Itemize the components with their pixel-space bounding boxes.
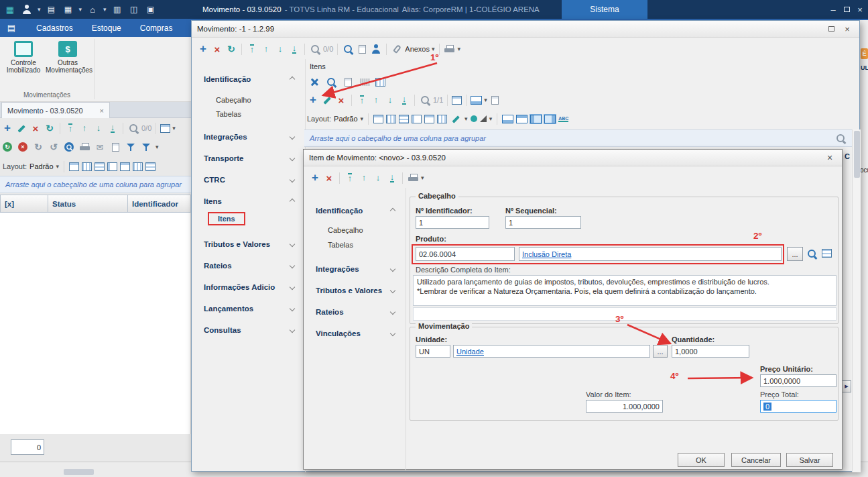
- preco-unitario-field[interactable]: 1.000,0000: [760, 374, 836, 387]
- unidade-code-field[interactable]: UN: [416, 345, 450, 358]
- next-record-icon[interactable]: ↓: [372, 171, 384, 184]
- export-caret-icon[interactable]: ▾: [484, 97, 487, 103]
- report-icon[interactable]: [109, 140, 121, 154]
- nav-tabelas[interactable]: Tabelas: [328, 241, 353, 249]
- droplet-icon[interactable]: [471, 115, 477, 122]
- process-icon[interactable]: [308, 75, 320, 89]
- column-header-identificador[interactable]: Identificador: [127, 195, 191, 213]
- preco-total-field[interactable]: 0: [760, 400, 836, 413]
- barcode-icon[interactable]: [359, 75, 371, 89]
- last-record-icon[interactable]: ↓: [398, 93, 410, 107]
- nav-integracoes[interactable]: Integrações: [192, 129, 305, 144]
- dialog-item-titlebar[interactable]: Item de Movimento: <novo> - 03.9.0520 ×: [304, 150, 842, 166]
- box-icon[interactable]: ▣: [145, 3, 157, 16]
- ok-button[interactable]: OK: [678, 453, 725, 467]
- ribbon-button-outras-movimentacoes[interactable]: $ Outras Movimentações: [46, 41, 90, 74]
- dialog-movimento-titlebar[interactable]: Movimento: -1 - 1.2.99 ×: [192, 21, 859, 38]
- search-icon[interactable]: [309, 42, 321, 56]
- chart-icon[interactable]: [480, 115, 487, 122]
- delete-icon[interactable]: ×: [211, 42, 223, 56]
- cells-icon[interactable]: ▥: [111, 3, 123, 16]
- ribbon-button-controle-imobilizado[interactable]: Controle Imobilizado: [3, 41, 44, 74]
- column-header-status[interactable]: Status: [48, 195, 128, 213]
- nav-transporte[interactable]: Transporte: [192, 151, 305, 166]
- window-icon[interactable]: ◫: [128, 3, 140, 16]
- previous-record-icon[interactable]: ↑: [78, 121, 90, 135]
- menu-logo-icon[interactable]: ▤: [5, 21, 17, 35]
- layout-grid-icon[interactable]: [82, 162, 92, 171]
- next-record-icon[interactable]: ↓: [92, 121, 105, 135]
- nav-tabelas[interactable]: Tabelas: [216, 110, 241, 118]
- descricao-extra-area[interactable]: [413, 307, 836, 321]
- filter-icon[interactable]: [125, 140, 137, 154]
- user-caret-icon[interactable]: ▾: [38, 6, 41, 13]
- layout-grid-icon[interactable]: [399, 115, 409, 123]
- minimize-icon[interactable]: –: [826, 3, 840, 15]
- reload-icon[interactable]: ↻: [32, 140, 44, 154]
- app-grid-icon[interactable]: ▦: [4, 3, 16, 16]
- spellcheck-icon[interactable]: ABC: [558, 116, 568, 122]
- produto-name-field[interactable]: Inclusão Direta: [519, 247, 782, 261]
- produto-lookup-button[interactable]: ...: [787, 247, 803, 261]
- layout-grid-icon[interactable]: [133, 162, 143, 171]
- last-record-icon[interactable]: ↓: [288, 42, 300, 56]
- undo-refresh-icon[interactable]: ↻: [48, 140, 60, 154]
- produto-name-link[interactable]: Inclusão Direta: [522, 250, 571, 258]
- menu-estoque[interactable]: Estoque: [92, 23, 121, 33]
- anexos-button[interactable]: Anexos: [405, 45, 430, 53]
- grid-body[interactable]: [0, 213, 191, 434]
- nav-identificacao[interactable]: Identificação: [192, 72, 305, 87]
- edit-layout-icon[interactable]: [450, 112, 462, 125]
- edit-icon[interactable]: [15, 121, 27, 135]
- first-record-icon[interactable]: ↑: [344, 171, 356, 184]
- print-icon[interactable]: [407, 171, 419, 184]
- maximize-icon[interactable]: [840, 3, 853, 15]
- layout-grid-icon[interactable]: [437, 115, 447, 123]
- produto-zoom-icon[interactable]: [806, 247, 818, 260]
- preview-icon[interactable]: [63, 140, 75, 154]
- delete-item-icon[interactable]: ×: [335, 93, 347, 107]
- export-window-icon[interactable]: [471, 96, 482, 105]
- footer-count-field[interactable]: 0: [11, 439, 44, 455]
- grid-icon[interactable]: ▦: [62, 3, 74, 16]
- print-caret-icon[interactable]: ▾: [421, 174, 424, 181]
- nav-vinculacoes[interactable]: Vinculações: [304, 326, 406, 341]
- add-icon[interactable]: +: [197, 42, 209, 56]
- cancel-process-icon[interactable]: ×: [17, 140, 29, 154]
- user-icon[interactable]: [21, 3, 33, 16]
- panes-icon[interactable]: [375, 78, 385, 87]
- dialog-item-close-icon[interactable]: ×: [823, 152, 836, 164]
- delete-icon[interactable]: ×: [323, 171, 335, 184]
- window-close-icon[interactable]: ×: [853, 3, 867, 15]
- layout-grid-icon[interactable]: [386, 115, 396, 123]
- pane-top-icon[interactable]: [516, 115, 528, 123]
- column-grid-icon[interactable]: [160, 124, 170, 133]
- previous-record-icon[interactable]: ↑: [370, 93, 382, 107]
- grid-caret-icon[interactable]: ▾: [79, 6, 82, 13]
- layout-grid-icon[interactable]: [69, 162, 79, 171]
- quantidade-field[interactable]: 1,0000: [672, 345, 749, 358]
- horizontal-scrollbar[interactable]: [64, 469, 94, 475]
- mail-icon[interactable]: ✉: [94, 140, 106, 154]
- home-caret-icon[interactable]: ▾: [103, 6, 107, 13]
- last-record-icon[interactable]: ↓: [107, 121, 119, 135]
- nav-cabecalho[interactable]: Cabeçalho: [328, 226, 363, 234]
- produto-code-field[interactable]: 02.06.0004: [416, 247, 515, 261]
- layout-grid-icon[interactable]: [145, 162, 156, 171]
- zoom-icon[interactable]: [342, 42, 354, 56]
- first-record-icon[interactable]: ↑: [246, 42, 258, 56]
- nav-itens-section[interactable]: Itens: [192, 194, 305, 209]
- document-icon[interactable]: [489, 93, 501, 107]
- filter-menu-icon[interactable]: [140, 140, 152, 154]
- attachment-icon[interactable]: [391, 42, 403, 56]
- column-grid-icon[interactable]: [452, 96, 462, 105]
- salvar-button[interactable]: Salvar: [786, 453, 833, 467]
- previous-record-icon[interactable]: ↑: [358, 171, 370, 184]
- previous-record-icon[interactable]: ↑: [260, 42, 272, 56]
- nav-informacoes-adicionais[interactable]: Informações Adicio: [192, 280, 305, 295]
- print-caret-icon[interactable]: ▾: [458, 46, 461, 52]
- layout-grid-icon[interactable]: [412, 115, 422, 123]
- layout-caret-icon[interactable]: ▾: [361, 115, 364, 122]
- add-item-icon[interactable]: +: [307, 93, 319, 107]
- print-icon[interactable]: [444, 42, 456, 56]
